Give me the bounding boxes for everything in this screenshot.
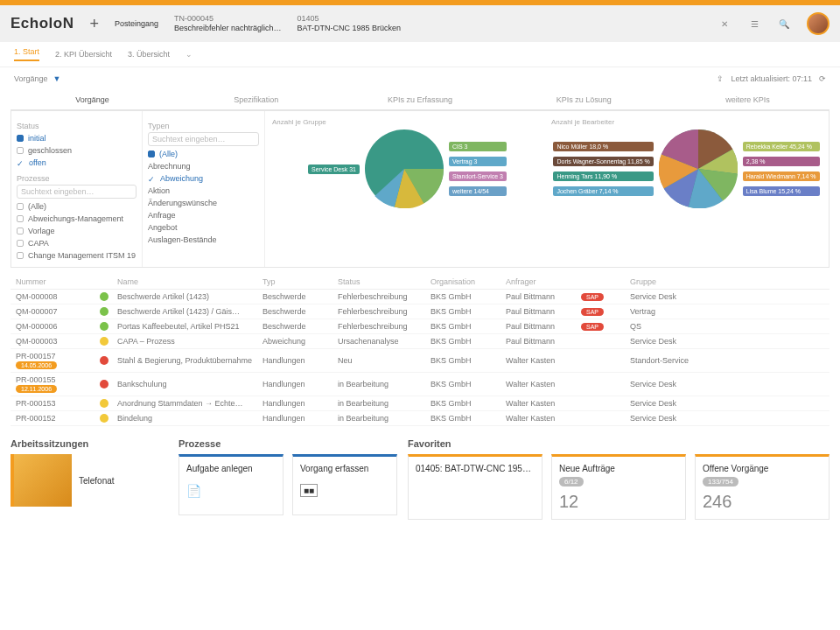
proc-change[interactable]: Change Management ITSM 19 (17, 249, 136, 262)
filter-open[interactable]: ✓offen (17, 157, 136, 169)
filter-sidebar: Status initial geschlossen ✓offen Prozes… (11, 111, 143, 267)
pie-icon (659, 130, 738, 208)
results-table: Nummer Name Typ Status Organisation Anfr… (10, 275, 830, 426)
close-icon[interactable]: ✕ (718, 17, 732, 31)
type-all[interactable]: (Alle) (148, 148, 259, 160)
type-search[interactable]: Suchtext eingeben… (148, 132, 259, 146)
fav-card-2[interactable]: Neue Aufträge 6/12 12 (551, 454, 686, 520)
proc-all[interactable]: (Alle) (17, 200, 136, 213)
table-row[interactable]: QM-000006Portas Kaffeebeutel, Artikel PH… (10, 319, 830, 334)
chart-bearbeiter: Anzahl je Bearbeiter Nico Müller 18,0 % … (551, 118, 822, 260)
status-dot (100, 292, 108, 301)
add-button[interactable]: + (89, 15, 99, 33)
panel-tab-kpi3[interactable]: weitere KPIs (666, 90, 830, 109)
tab-start[interactable]: 1. Start (14, 47, 39, 61)
type-abr[interactable]: Abrechnung (148, 160, 259, 172)
table-row[interactable]: QM-000003CAPA – ProzessAbweichungUrsache… (10, 334, 830, 349)
context-item-1[interactable]: TN-000045 Beschreibfehler nachträglich… (174, 14, 282, 33)
filter-initial[interactable]: initial (17, 132, 136, 144)
table-row[interactable]: QM-000008Beschwerde Artikel (1423)Beschw… (10, 290, 830, 304)
type-ang[interactable]: Angebot (148, 221, 259, 234)
last-updated: Letzt aktualisiert: 07:11 (731, 74, 812, 83)
filter-icon[interactable]: ▼ (53, 74, 61, 83)
pie-icon (365, 130, 444, 208)
panel-tab-spec[interactable]: Spezifikation (174, 90, 338, 109)
work-sessions-head: Arbeitssitzungen (10, 438, 168, 449)
breadcrumb[interactable]: Posteingang (115, 19, 158, 29)
status-dot (100, 337, 108, 346)
type-aend[interactable]: Änderungswünsche (148, 197, 259, 209)
avatar[interactable] (807, 12, 830, 35)
process-search[interactable]: Suchtext eingeben… (17, 185, 136, 199)
processes-head: Prozesse (178, 438, 397, 449)
proc-vorlage[interactable]: Vorlage (17, 225, 136, 237)
logo: EcholoN (10, 15, 74, 32)
context-item-2[interactable]: 01405 BAT-DTN-CNC 1985 Brücken (298, 14, 401, 33)
chevron-down-icon[interactable]: ⌄ (186, 50, 192, 59)
export-icon[interactable]: ⇪ (717, 74, 724, 83)
panel-tab-kpi2[interactable]: KPIs zu Lösung (502, 90, 666, 109)
type-anf[interactable]: Anfrage (148, 209, 259, 221)
chart-group: Anzahl je Gruppe Service Desk 31 CIS 3 V… (272, 118, 542, 260)
table-row[interactable]: PR-000152BindelungHandlungenin Bearbeitu… (10, 411, 830, 426)
tab-kpi[interactable]: 2. KPI Übersicht (55, 50, 112, 59)
type-panel: Typen Suchtext eingeben… (Alle) Abrechnu… (143, 111, 265, 267)
panel-tabs: Vorgänge Spezifikation KPIs zu Erfassung… (10, 90, 830, 110)
status-dot (100, 356, 108, 365)
section-title: Vorgänge (14, 74, 48, 83)
type-abw[interactable]: ✓Abweichung (148, 172, 259, 185)
table-row[interactable]: PR-000153Anordnung Stammdaten → Echte…Ha… (10, 396, 830, 411)
status-dot (100, 307, 108, 316)
app-header: EcholoN + Posteingang TN-000045 Beschrei… (0, 5, 840, 42)
notes-icon[interactable]: ☰ (747, 17, 761, 31)
main-tabs: 1. Start 2. KPI Übersicht 3. Übersicht ⌄ (0, 42, 840, 67)
status-dot (100, 414, 108, 423)
fav-card-3[interactable]: Offene Vorgänge 133/754 246 (695, 454, 830, 520)
favorites-head: Favoriten (408, 438, 830, 449)
refresh-icon[interactable]: ⟳ (819, 74, 826, 83)
table-row[interactable]: QM-000007Beschwerde Artikel (1423) / Gäi… (10, 304, 830, 319)
table-row[interactable]: PR-000157 14.05.2006Stahl & Begierung, P… (10, 349, 830, 373)
work-item[interactable]: Telefonat (79, 476, 115, 486)
card-create-process[interactable]: Vorgang erfassen ■■ (292, 454, 397, 515)
panel-tab-kpi1[interactable]: KPIs zu Erfassung (338, 90, 501, 109)
type-aus[interactable]: Auslagen-Bestände (148, 234, 259, 246)
proc-abw[interactable]: Abweichungs-Management (17, 213, 136, 225)
status-dot (100, 399, 108, 408)
search-icon[interactable]: 🔍 (777, 17, 791, 31)
proc-capa[interactable]: CAPA (17, 237, 136, 249)
panel-tab-vorgaenge[interactable]: Vorgänge (10, 90, 174, 109)
filter-closed[interactable]: geschlossen (17, 144, 136, 157)
type-akt[interactable]: Aktion (148, 185, 259, 197)
card-create-task[interactable]: Aufgabe anlegen 📄 (178, 454, 284, 515)
status-dot (100, 322, 108, 331)
fav-card-1[interactable]: 01405: BAT-DTW-CNC 195… (408, 454, 542, 520)
table-row[interactable]: PR-000155 12.11.2006BankschulungHandlung… (10, 373, 830, 396)
work-image (10, 454, 72, 507)
status-dot (100, 380, 108, 388)
tab-overview[interactable]: 3. Übersicht (128, 50, 170, 59)
